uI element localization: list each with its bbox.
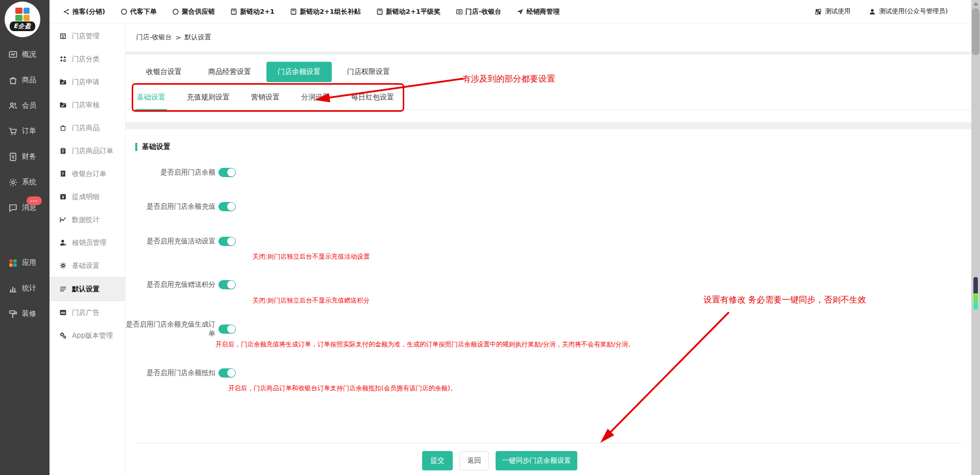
scrollbar-thumb[interactable]	[972, 8, 979, 55]
toggle-knob	[227, 325, 235, 333]
menu-data-stats[interactable]: 数据统计	[50, 208, 125, 231]
checklist-icon	[59, 285, 67, 293]
tab-store-permission-settings[interactable]: 门店权限设置	[336, 62, 401, 82]
topnav-supply-chain[interactable]: 聚合供应链	[172, 7, 215, 16]
menu-store-goods-order[interactable]: 门店商品订单	[50, 139, 125, 162]
topnav-label: 代客下单	[130, 7, 157, 16]
fitment-icon	[8, 309, 18, 319]
menu-store-goods[interactable]: 门店商品	[50, 116, 125, 139]
topnav-store-cashier[interactable]: 门店-收银台	[456, 7, 501, 16]
scrollbar-up-arrow-icon[interactable]	[973, 2, 978, 6]
toggle-enable-balance-deduction[interactable]	[218, 368, 236, 378]
subtab-basic-settings[interactable]: 基础设置	[135, 86, 167, 110]
topnav-label: 新链动2+1组长补贴	[300, 7, 361, 16]
note-balance-deduction: 开启后，门店商品订单和收银台订单支持门店余额抵扣(会员拥有该门店的余额)。	[228, 384, 456, 393]
scrollbar-marker	[973, 277, 978, 310]
sidebar-item-label: 财务	[22, 152, 36, 161]
page-scrollbar[interactable]	[971, 0, 980, 475]
subtab-recharge-rules[interactable]: 充值规则设置	[185, 86, 231, 110]
note-recharge-order: 开启后，门店余额充值将生成订单，订单按照实际支付的金额为准，生成的订单按照门店余…	[215, 340, 634, 349]
menu-label: 默认设置	[72, 285, 100, 294]
sidebar-item-message[interactable]: 消息 ...	[0, 195, 50, 220]
sidebar-item-fitment[interactable]: 装修	[0, 301, 50, 327]
menu-default-settings[interactable]: 默认设置	[50, 277, 125, 301]
submit-button[interactable]: 提交	[422, 451, 453, 470]
toggle-enable-balance-recharge[interactable]	[218, 202, 236, 211]
user-icon	[59, 239, 67, 246]
sidebar-item-label: 应用	[22, 258, 36, 267]
workspace-label: 测试使用	[825, 7, 850, 16]
tab-cashier-settings[interactable]: 收银台设置	[135, 62, 193, 82]
sidebar-item-stats[interactable]: 统计	[0, 276, 50, 301]
category-icon	[59, 55, 67, 63]
note-recharge-points: 关闭:则门店独立后台不显示充值赠送积分	[253, 296, 370, 305]
row-enable-balance-recharge: 是否启用门店余额充值	[125, 202, 236, 212]
menu-basic-settings[interactable]: 基础设置	[50, 254, 125, 277]
workspace-switcher[interactable]: 测试使用	[815, 7, 850, 16]
annotation-sync-note: 设置有修改 务必需要一键同步，否则不生效	[703, 294, 866, 306]
topnav-dealer[interactable]: 经销商管理	[517, 7, 559, 16]
menu-cashier-order[interactable]: 收银台订单	[50, 162, 125, 185]
sidebar-item-finance[interactable]: 财务	[0, 144, 50, 169]
order-icon	[8, 127, 18, 136]
sidebar-item-label: 商品	[22, 76, 36, 85]
breadcrumb-separator: >	[176, 34, 181, 41]
tab-goods-operate-settings[interactable]: 商品经营设置	[197, 62, 262, 82]
menu-store-apply[interactable]: 门店申请	[50, 70, 125, 93]
subtab-marketing[interactable]: 营销设置	[250, 86, 281, 110]
breadcrumb-parent[interactable]: 门店-收银台	[136, 33, 172, 42]
subtab-daily-redpacket[interactable]: 每日红包设置	[350, 86, 396, 110]
topnav-label: 推客(分销)	[72, 7, 105, 16]
toggle-enable-recharge-order[interactable]	[218, 324, 236, 334]
account-menu[interactable]: 测试使用(公众号管理员)	[869, 7, 948, 16]
sync-store-balance-button[interactable]: 一键同步门店余额设置	[496, 451, 577, 470]
gear-icon	[59, 262, 67, 269]
topnav-liandong-subsidy[interactable]: 新链动2+1组长补贴	[290, 7, 361, 16]
grid-icon	[815, 8, 822, 15]
toggle-enable-store-balance[interactable]	[218, 168, 236, 177]
menu-verifier-manage[interactable]: 核销员管理	[50, 231, 125, 254]
sidebar-item-overview[interactable]: 概况	[0, 42, 50, 67]
menu-store-category[interactable]: 门店分类	[50, 47, 125, 70]
topnav-label: 门店-收银台	[465, 7, 501, 16]
topnav-liandong-award[interactable]: 新链动2+1平级奖	[376, 7, 440, 16]
logo-text: E企盈	[10, 21, 35, 31]
row-enable-recharge-order: 是否启用门店余额充值生成订单	[125, 324, 236, 334]
menu-app-version[interactable]: App版本管理	[50, 324, 125, 347]
toggle-enable-recharge-activity[interactable]	[218, 237, 236, 246]
menu-store-ad[interactable]: AD 门店广告	[50, 301, 125, 324]
topbar-right: 测试使用 测试使用(公众号管理员)	[815, 7, 971, 16]
toggle-enable-recharge-points[interactable]	[218, 280, 236, 289]
app-logo[interactable]: E企盈	[5, 2, 40, 37]
menu-commission-detail[interactable]: 提成明细	[50, 185, 125, 208]
subtab-profit-share[interactable]: 分润设置	[300, 86, 331, 110]
tab-store-balance-settings[interactable]: 门店余额设置	[266, 62, 332, 82]
sidebar-item-app[interactable]: 应用	[0, 250, 50, 276]
settings-tabs-card: 收银台设置 商品经营设置 门店余额设置 门店权限设置 基础设置 充值规则设置 营…	[125, 55, 971, 122]
sidebar-item-system[interactable]: 系统	[0, 169, 50, 195]
topnav-daike[interactable]: 代客下单	[120, 7, 157, 16]
overview-icon	[8, 50, 18, 60]
sidebar-item-member[interactable]: 会员	[0, 93, 50, 118]
app-icon	[8, 258, 18, 268]
sidebar-item-order[interactable]: 订单	[0, 118, 50, 144]
back-button[interactable]: 返回	[459, 451, 489, 470]
sidebar-item-label: 会员	[22, 101, 36, 110]
topnav-liandong[interactable]: 新链动2+1	[230, 7, 275, 16]
send-icon	[517, 8, 524, 15]
wallet-icon	[59, 193, 67, 201]
circle-icon	[120, 8, 128, 15]
calc-grid-icon	[376, 8, 383, 15]
pos-icon	[456, 8, 463, 15]
row-enable-balance-deduction: 是否启用门店余额抵扣	[125, 368, 236, 378]
sidebar-item-label: 订单	[22, 127, 36, 136]
toggle-knob	[227, 369, 235, 377]
menu-label: 门店广告	[72, 308, 100, 317]
row-enable-recharge-activity: 是否启用充值活动设置	[125, 236, 236, 246]
topnav-tuike[interactable]: 推客(分销)	[63, 7, 105, 16]
sidebar-item-goods[interactable]: 商品	[0, 67, 50, 93]
sidebar-item-label: 统计	[22, 284, 36, 293]
menu-store-audit[interactable]: 门店审核	[50, 93, 125, 116]
goods-icon	[8, 76, 18, 85]
menu-store-manage[interactable]: 门店管理	[50, 24, 125, 47]
